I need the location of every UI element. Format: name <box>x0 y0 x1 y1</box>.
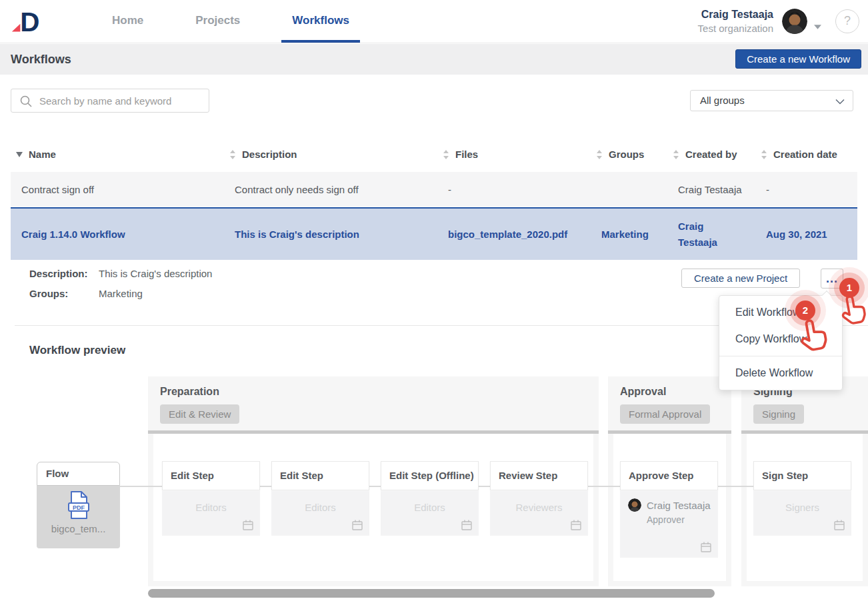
pdf-file-icon: PDF <box>65 490 92 520</box>
help-button[interactable]: ? <box>835 9 859 33</box>
table-row-selected[interactable]: Craig 1.14.0 Workflow This is Craig's de… <box>11 207 857 260</box>
user-organization: Test organization <box>698 21 773 35</box>
phase-name: Preparation <box>148 376 599 398</box>
brand-logo-icon: D <box>9 6 43 37</box>
step-body: Signers <box>753 491 851 536</box>
column-header-files[interactable]: Files <box>437 149 591 160</box>
column-label: Name <box>29 149 56 160</box>
column-label: Files <box>455 149 478 160</box>
column-label: Description <box>242 149 297 160</box>
pointer-hand-icon <box>793 315 833 356</box>
chevron-down-icon <box>835 99 845 105</box>
step-role: Editors <box>162 491 260 513</box>
sort-icon <box>596 150 603 159</box>
column-label: Groups <box>609 149 644 160</box>
menu-divider <box>719 356 842 356</box>
assignee-role: Approver <box>647 514 718 525</box>
table-header: Name Description Files Groups Created by… <box>11 137 857 172</box>
nav-tab-home[interactable]: Home <box>101 0 154 43</box>
step-title: Approve Step <box>620 461 718 490</box>
cell-name: Craig 1.14.0 Workflow <box>11 227 224 243</box>
nav-tab-projects[interactable]: Projects <box>185 0 251 43</box>
sort-icon <box>761 150 767 159</box>
step-role: Reviewers <box>490 491 588 513</box>
flow-card[interactable]: Flow PDF bigco_tem... <box>37 462 120 548</box>
cell-description: Contract only needs sign off <box>224 184 437 195</box>
svg-text:PDF: PDF <box>73 504 85 511</box>
cell-files: - <box>437 184 591 195</box>
column-header-created-by[interactable]: Created by <box>667 149 755 160</box>
assignee-avatar <box>628 498 641 512</box>
description-label: Description: <box>29 268 88 279</box>
step-card-approve[interactable]: Approve Step Craig Testaaja Approver <box>620 461 718 558</box>
user-avatar[interactable] <box>782 9 807 34</box>
calendar-icon <box>242 519 254 531</box>
calendar-icon <box>570 519 582 531</box>
nav-tab-workflows-label: Workflows <box>292 14 349 27</box>
cell-files: bigco_template_2020.pdf <box>437 227 591 243</box>
step-body: Editors <box>162 491 260 536</box>
step-card-sign[interactable]: Sign Step Signers <box>753 461 851 536</box>
chevron-down-icon <box>814 25 821 29</box>
step-title: Review Step <box>490 461 588 490</box>
group-filter-value: All groups <box>700 91 745 111</box>
step-role: Editors <box>381 491 479 513</box>
cell-creation-date: - <box>755 184 857 195</box>
step-body: Reviewers <box>490 491 588 536</box>
search-input[interactable] <box>11 89 209 112</box>
phase-tag: Edit & Review <box>160 404 239 424</box>
brand-logo[interactable]: D <box>9 6 43 39</box>
flow-card-title: Flow <box>37 462 120 486</box>
groups-label: Groups: <box>29 288 68 299</box>
horizontal-scrollbar[interactable] <box>148 589 715 598</box>
flow-file-name: bigco_tem... <box>37 523 120 534</box>
svg-text:D: D <box>20 7 39 37</box>
table-row[interactable]: Contract sign off Contract only needs si… <box>11 172 857 207</box>
sort-icon <box>443 150 449 159</box>
column-label: Creation date <box>773 149 837 160</box>
create-project-button[interactable]: Create a new Project <box>681 269 800 288</box>
page-header: Workflows Create a new Workflow <box>0 44 868 75</box>
column-header-description[interactable]: Description <box>224 149 437 160</box>
step-card[interactable]: Review Step Reviewers <box>490 461 588 536</box>
nav-tab-home-label: Home <box>112 14 143 27</box>
workflows-page: D Home Projects Workflows Craig Testaaja… <box>0 0 868 601</box>
step-card[interactable]: Edit Step Editors <box>271 461 369 536</box>
annotation-badge-1: 1 <box>839 278 859 298</box>
step-card[interactable]: Edit Step Editors <box>162 461 260 536</box>
cell-groups: Marketing <box>591 227 667 243</box>
user-menu-caret[interactable] <box>814 20 821 32</box>
nav-tab-workflows[interactable]: Workflows <box>281 0 360 43</box>
assignee-avatar-image <box>628 498 641 512</box>
help-label: ? <box>844 14 851 27</box>
step-title: Edit Step (Offline) <box>381 461 479 490</box>
step-body: Craig Testaaja Approver <box>620 491 718 558</box>
main-nav: Home Projects Workflows <box>101 0 360 43</box>
column-header-creation-date[interactable]: Creation date <box>755 149 857 160</box>
page-title: Workflows <box>11 44 71 75</box>
phase-tag: Signing <box>753 404 804 424</box>
phase-tag: Formal Approval <box>620 404 710 424</box>
create-workflow-button[interactable]: Create a new Workflow <box>735 49 861 69</box>
assignee: Craig Testaaja <box>620 491 718 512</box>
flow-card-body: PDF bigco_tem... <box>37 486 120 548</box>
preview-title: Workflow preview <box>29 344 125 357</box>
step-title: Edit Step <box>271 461 369 490</box>
step-body: Editors <box>381 491 479 536</box>
menu-item-delete-workflow[interactable]: Delete Workflow <box>719 360 842 386</box>
calendar-icon <box>833 519 845 531</box>
column-header-groups[interactable]: Groups <box>591 149 667 160</box>
calendar-icon <box>461 519 473 531</box>
user-name: Craig Testaaja <box>698 7 773 21</box>
step-role: Signers <box>753 491 851 513</box>
description-value: This is Craig's description <box>99 268 212 279</box>
step-card[interactable]: Edit Step (Offline) Editors <box>381 461 479 536</box>
step-body: Editors <box>271 491 369 536</box>
cell-creation-date: Aug 30, 2021 <box>755 227 857 243</box>
calendar-icon <box>351 519 363 531</box>
group-filter-select[interactable]: All groups <box>690 90 853 111</box>
column-header-name[interactable]: Name <box>11 149 224 160</box>
sort-icon <box>673 150 679 159</box>
cell-name: Contract sign off <box>11 184 224 195</box>
column-label: Created by <box>685 149 737 160</box>
